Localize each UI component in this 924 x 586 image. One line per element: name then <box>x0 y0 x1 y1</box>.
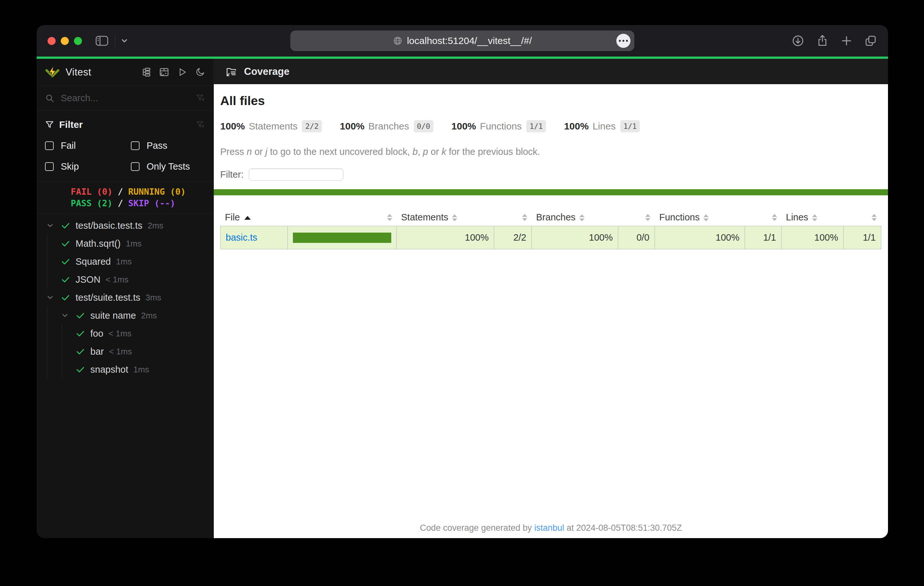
column-header-bar[interactable] <box>288 209 397 226</box>
check-icon <box>61 257 76 266</box>
fail-count: FAIL (0) <box>71 187 112 197</box>
vitest-accent-line <box>37 56 888 59</box>
download-icon[interactable] <box>792 35 804 47</box>
column-header-branches[interactable]: Branches <box>532 209 618 226</box>
checkbox-icon[interactable] <box>45 142 54 150</box>
check-icon <box>61 293 76 302</box>
chevron-down-icon[interactable] <box>61 311 76 320</box>
sort-icon[interactable] <box>387 214 392 221</box>
duration-badge: 2ms <box>141 311 157 321</box>
statements-raw-cell: 2/2 <box>494 226 532 249</box>
sort-icon[interactable] <box>703 214 709 221</box>
lines-raw-cell: 1/1 <box>844 226 881 249</box>
test-tree-item[interactable]: Squared 1ms <box>37 252 213 270</box>
chevron-down-icon[interactable] <box>46 221 61 230</box>
status-line-1: FAIL (0) / RUNNING (0) <box>71 186 213 198</box>
clear-filter-icon[interactable] <box>196 120 205 130</box>
filter-checkbox-fail[interactable]: Fail <box>45 140 131 151</box>
coverage-footer: Code coverage generated by istanbul at 2… <box>214 523 888 533</box>
address-bar[interactable]: localhost:51204/__vitest__/#/ <box>290 31 634 51</box>
column-header-statements[interactable]: Statements <box>397 209 494 226</box>
browser-window: localhost:51204/__vitest__/#/ <box>37 25 888 538</box>
coverage-bar <box>293 233 391 243</box>
status-line-2: PASS (2) / SKIP (--) <box>71 198 213 209</box>
checkbox-icon[interactable] <box>131 162 140 171</box>
fraction-badge: 2/2 <box>302 120 322 132</box>
sidebar-toggle-icon[interactable] <box>96 36 108 46</box>
fraction-badge: 1/1 <box>526 120 546 132</box>
test-tree-item[interactable]: bar < 1ms <box>37 342 213 360</box>
sort-icon[interactable] <box>452 214 457 221</box>
coverage-title: Coverage <box>244 66 289 77</box>
coverage-filter-row: Filter: <box>220 168 881 181</box>
column-header-statements-raw[interactable] <box>494 209 532 226</box>
sort-icon[interactable] <box>871 214 877 221</box>
file-link[interactable]: basic.ts <box>226 232 257 242</box>
test-tree-item[interactable]: JSON < 1ms <box>37 270 213 288</box>
column-header-lines[interactable]: Lines <box>782 209 844 226</box>
vitest-sidebar: Vitest <box>37 59 213 538</box>
filter-checkbox-pass[interactable]: Pass <box>131 140 205 151</box>
share-icon[interactable] <box>816 35 829 47</box>
skip-count: SKIP (--) <box>128 198 175 208</box>
check-icon <box>61 239 76 249</box>
test-tree-item[interactable]: foo < 1ms <box>37 324 213 342</box>
stat-functions: 100% Functions 1/1 <box>451 120 546 132</box>
test-tree-item-suite[interactable]: suite name 2ms <box>37 306 213 324</box>
check-icon <box>76 347 90 356</box>
filter-checkbox-skip[interactable]: Skip <box>45 161 131 172</box>
running-count: RUNNING (0) <box>128 187 186 197</box>
clear-search-filter-icon[interactable] <box>196 94 205 103</box>
column-header-lines-raw[interactable] <box>844 209 881 226</box>
sort-icon[interactable] <box>579 214 584 221</box>
checkbox-icon[interactable] <box>131 142 140 150</box>
column-header-functions-raw[interactable] <box>745 209 782 226</box>
globe-icon <box>393 36 403 46</box>
dashboard-icon[interactable] <box>159 67 169 77</box>
test-tree-item[interactable]: Math.sqrt() 1ms <box>37 235 213 252</box>
minimize-button[interactable] <box>61 37 69 45</box>
window-controls <box>48 37 82 45</box>
column-header-branches-raw[interactable] <box>618 209 655 226</box>
sort-icon[interactable] <box>812 214 817 221</box>
test-tree-item[interactable]: snapshot 1ms <box>37 360 213 379</box>
lines-pct-cell: 100% <box>782 226 844 249</box>
test-tree-item-file[interactable]: test/suite.test.ts 3ms <box>37 288 213 306</box>
duration-badge: 1ms <box>116 257 132 267</box>
sort-icon[interactable] <box>772 214 777 221</box>
istanbul-link[interactable]: istanbul <box>535 523 564 533</box>
coverage-table: File Statements <box>220 209 881 249</box>
duration-badge: < 1ms <box>106 275 129 285</box>
column-header-file[interactable]: File <box>221 209 288 226</box>
chevron-down-icon[interactable] <box>46 293 61 302</box>
close-button[interactable] <box>48 37 56 45</box>
column-header-functions[interactable]: Functions <box>655 209 745 226</box>
filter-checkbox-only-tests[interactable]: Only Tests <box>131 161 205 172</box>
toolbar-divider <box>115 34 115 48</box>
fraction-badge: 0/0 <box>414 120 434 132</box>
more-icon[interactable] <box>616 34 630 48</box>
chevron-down-icon[interactable] <box>120 37 129 45</box>
new-tab-icon[interactable] <box>840 35 853 47</box>
dark-mode-icon[interactable] <box>195 67 205 77</box>
tab-overview-icon[interactable] <box>864 35 877 47</box>
tree-view-icon[interactable] <box>141 67 151 77</box>
zoom-button[interactable] <box>74 37 82 45</box>
coverage-filter-input[interactable] <box>249 168 343 181</box>
sort-icon[interactable] <box>645 214 650 221</box>
coverage-stats: 100% Statements 2/2 100% Branches 0/0 10… <box>220 120 881 132</box>
table-header-row: File Statements <box>221 209 881 226</box>
test-status-summary: FAIL (0) / RUNNING (0) PASS (2) / SKIP (… <box>37 181 213 214</box>
sort-icon[interactable] <box>522 214 527 221</box>
file-cell: basic.ts <box>221 226 288 249</box>
test-tree-item-file[interactable]: test/basic.test.ts 2ms <box>37 217 213 235</box>
run-all-icon[interactable] <box>177 67 187 77</box>
checkbox-icon[interactable] <box>45 162 54 171</box>
browser-toolbar: localhost:51204/__vitest__/#/ <box>37 25 888 56</box>
filter-label: Filter <box>59 119 82 130</box>
stat-branches: 100% Branches 0/0 <box>340 120 433 132</box>
search-input[interactable] <box>61 93 196 104</box>
pass-count: PASS (2) <box>71 198 112 208</box>
duration-badge: 2ms <box>148 221 163 230</box>
table-row: basic.ts 100% 2/2 100% 0/0 100% 1/1 100% <box>221 226 881 249</box>
